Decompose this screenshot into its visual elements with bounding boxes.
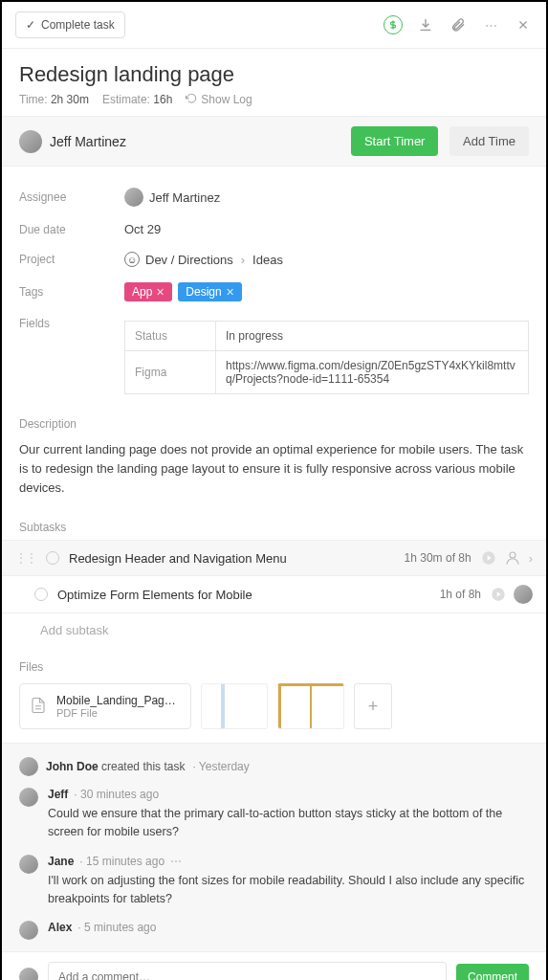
show-log-button[interactable]: Show Log: [186, 93, 252, 106]
tags-row: Tags App ✕ Design ✕: [19, 275, 529, 309]
assignee-icon[interactable]: [504, 549, 521, 567]
tags-value: App ✕ Design ✕: [124, 282, 242, 301]
more-icon[interactable]: ⋯: [481, 15, 500, 34]
drag-handle-icon[interactable]: ⋮⋮: [15, 551, 36, 565]
file-thumbnail[interactable]: [201, 683, 268, 729]
avatar: [19, 968, 38, 980]
tag-remove-icon[interactable]: ✕: [156, 286, 164, 299]
subtask-title: Optimize Form Elements for Mobile: [57, 588, 430, 602]
dollar-icon[interactable]: [384, 15, 403, 34]
due-date-row: Due date Oct 29: [19, 214, 529, 244]
file-icon: [30, 695, 47, 719]
subtasks-label: Subtasks: [2, 511, 546, 540]
comment-body: I'll work on adjusting the font sizes fo…: [48, 872, 529, 908]
add-file-button[interactable]: +: [354, 683, 392, 729]
avatar[interactable]: [514, 585, 533, 604]
start-timer-button[interactable]: Start Timer: [351, 126, 439, 156]
show-log-label: Show Log: [201, 93, 252, 106]
tag-design[interactable]: Design ✕: [178, 282, 241, 301]
project-value[interactable]: ☺ Dev / Directions › Ideas: [124, 252, 283, 267]
task-title[interactable]: Redesign landing page: [19, 62, 529, 87]
fields-label: Fields: [19, 317, 124, 330]
current-user-chip[interactable]: Jeff Martinez: [19, 130, 126, 153]
tag-app[interactable]: App ✕: [124, 282, 172, 301]
avatar: [19, 130, 42, 153]
avatar: [19, 921, 38, 940]
comment: Jane · 15 minutes ago ⋯ I'll work on adj…: [19, 855, 529, 908]
subtask-row[interactable]: ⋮⋮ Redesign Header and Navigation Menu 1…: [2, 540, 546, 575]
due-date-label: Due date: [19, 223, 124, 236]
download-icon[interactable]: [416, 15, 435, 34]
files-label: Files: [2, 651, 546, 679]
comment-body: Could we ensure that the primary call-to…: [48, 805, 529, 841]
time-value: 2h 30m: [51, 93, 89, 106]
comment: Alex · 5 minutes ago: [19, 921, 529, 940]
breadcrumb-sep: ›: [241, 253, 245, 267]
subtask-checkbox[interactable]: [46, 551, 59, 565]
estimate-value: 16h: [153, 93, 172, 106]
fields-row: Fields Status In progress Figma https://…: [19, 309, 529, 402]
complete-task-button[interactable]: ✓ Complete task: [15, 11, 125, 38]
comment-button[interactable]: Comment: [456, 964, 529, 980]
description-label: Description: [2, 408, 546, 436]
time-label: Time:: [19, 93, 48, 106]
tags-label: Tags: [19, 285, 124, 299]
project-icon: ☺: [124, 252, 140, 267]
comment-input[interactable]: [48, 962, 447, 980]
project-label: Project: [19, 253, 124, 266]
due-date-value[interactable]: Oct 29: [124, 222, 161, 236]
comment-box: Comment: [2, 951, 546, 980]
close-icon[interactable]: [514, 15, 533, 34]
activity-created: John Doe created this task · Yesterday: [19, 757, 529, 776]
user-name: Jeff Martinez: [50, 134, 126, 149]
description-text[interactable]: Our current landing page does not provid…: [2, 436, 546, 511]
fields-table: Status In progress Figma https://www.fig…: [124, 321, 529, 394]
title-block: Redesign landing page Time: 2h 30m Estim…: [2, 49, 546, 116]
estimate-label: Estimate:: [102, 93, 150, 106]
activity-section: John Doe created this task · Yesterday J…: [2, 743, 546, 951]
avatar: [124, 188, 143, 207]
user-bar: Jeff Martinez Start Timer Add Time: [2, 116, 546, 167]
chevron-right-icon[interactable]: ›: [529, 551, 533, 566]
subtask-time: 1h of 8h: [440, 588, 481, 601]
topbar-actions: ⋯: [384, 15, 533, 34]
avatar: [19, 855, 38, 874]
play-icon[interactable]: [491, 587, 506, 602]
files-section: Mobile_Landing_Page_Wir… PDF File +: [2, 679, 546, 743]
assignee-value[interactable]: Jeff Martinez: [124, 188, 220, 207]
subtask-time: 1h 30m of 8h: [405, 551, 471, 565]
file-name: Mobile_Landing_Page_Wir…: [56, 694, 181, 707]
timer-buttons: Start Timer Add Time: [351, 126, 529, 156]
complete-label: Complete task: [41, 18, 115, 32]
add-subtask-input[interactable]: Add subtask: [2, 612, 546, 651]
check-icon: ✓: [26, 18, 35, 32]
comment-more-icon[interactable]: ⋯: [170, 855, 182, 868]
add-time-button[interactable]: Add Time: [449, 126, 529, 156]
field-row-figma[interactable]: Figma https://www.figma.com/design/Z0En5…: [125, 351, 529, 394]
comment: Jeff · 30 minutes ago Could we ensure th…: [19, 788, 529, 841]
subtask-row[interactable]: Optimize Form Elements for Mobile 1h of …: [2, 575, 546, 612]
avatar: [19, 788, 38, 807]
avatar: [19, 757, 38, 776]
assignee-row: Assignee Jeff Martinez: [19, 180, 529, 214]
details: Assignee Jeff Martinez Due date Oct 29 P…: [2, 167, 546, 408]
svg-point-1: [510, 552, 515, 558]
attachment-icon[interactable]: [449, 15, 468, 34]
play-icon[interactable]: [481, 550, 496, 566]
file-type: PDF File: [56, 707, 181, 719]
tag-remove-icon[interactable]: ✕: [226, 286, 234, 299]
project-row: Project ☺ Dev / Directions › Ideas: [19, 244, 529, 275]
subtask-title: Redesign Header and Navigation Menu: [69, 551, 395, 566]
time-row: Time: 2h 30m Estimate: 16h Show Log: [19, 93, 529, 106]
file-card[interactable]: Mobile_Landing_Page_Wir… PDF File: [19, 683, 191, 729]
topbar: ✓ Complete task ⋯: [2, 2, 546, 49]
file-thumbnail[interactable]: [277, 683, 344, 729]
subtask-checkbox[interactable]: [34, 588, 48, 601]
field-row-status[interactable]: Status In progress: [125, 322, 529, 351]
assignee-label: Assignee: [19, 190, 124, 204]
